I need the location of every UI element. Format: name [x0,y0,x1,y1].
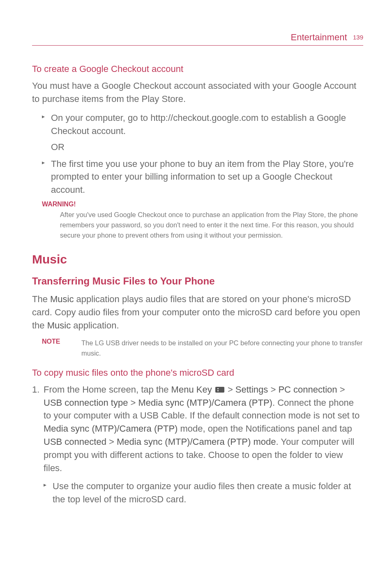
text-fragment: > [225,384,235,395]
warning-block: WARNING! After you've used Google Checko… [42,201,363,240]
sub-bullet-list: Use the computer to organize your audio … [44,480,363,506]
note-label: NOTE [42,338,63,345]
bold-menu-key: Menu Key [171,384,212,395]
menu-key-icon [215,387,224,393]
text-fragment: The [32,294,50,304]
bold-pc-connection: PC connection [278,384,337,395]
bold-media-sync-1: Media sync (MTP)/Camera (PTP) [138,398,272,408]
text-fragment: > [106,437,117,447]
list-marker: 1. [32,383,39,396]
note-block: NOTE The LG USB driver needs to be insta… [42,338,363,358]
bold-media-sync-mode: Media sync (MTP)/Camera (PTP) mode [117,437,276,447]
or-separator: OR [51,142,363,153]
document-page: Entertainment 139 To create a Google Che… [0,0,392,535]
heading-copy-music: To copy music files onto the phone's mic… [32,368,363,378]
running-header: Entertainment 139 [32,32,363,46]
text-fragment: mode, open the Notifications panel and t… [178,423,352,434]
text-fragment: > [128,398,138,408]
bold-music-1: Music [50,294,74,304]
warning-label: WARNING! [42,201,363,208]
bold-music-2: Music [47,320,71,331]
bold-usb-connected: USB connected [44,437,106,447]
bold-usb-type: USB connection type [44,398,128,408]
bold-settings: Settings [235,384,268,395]
text-fragment: > [337,384,345,395]
paragraph-music-intro: The Music application plays audio files … [32,293,363,332]
paragraph-checkout-intro: You must have a Google Checkout account … [32,79,363,106]
list-item: On your computer, go to http://checkout.… [42,111,363,138]
heading-transferring: Transferring Music Files to Your Phone [32,275,363,287]
list-item: The first time you use your phone to buy… [42,157,363,197]
bullet-list-checkout: On your computer, go to http://checkout.… [42,111,363,138]
note-text: The LG USB driver needs to be installed … [81,338,363,358]
header-page-number: 139 [353,34,363,41]
text-fragment: > [268,384,278,395]
text-fragment: From the Home screen, tap the [44,384,171,395]
header-section-name: Entertainment [291,32,347,42]
bold-media-sync-2: Media sync (MTP)/Camera (PTP) [44,423,178,434]
warning-text: After you've used Google Checkout once t… [60,210,363,240]
bullet-list-checkout-2: The first time you use your phone to buy… [42,157,363,197]
text-fragment: application. [71,320,119,331]
list-item: Use the computer to organize your audio … [44,480,363,506]
heading-create-checkout: To create a Google Checkout account [32,64,363,74]
heading-music: Music [32,252,363,266]
ordered-list-item-1: 1. From the Home screen, tap the Menu Ke… [32,383,363,475]
